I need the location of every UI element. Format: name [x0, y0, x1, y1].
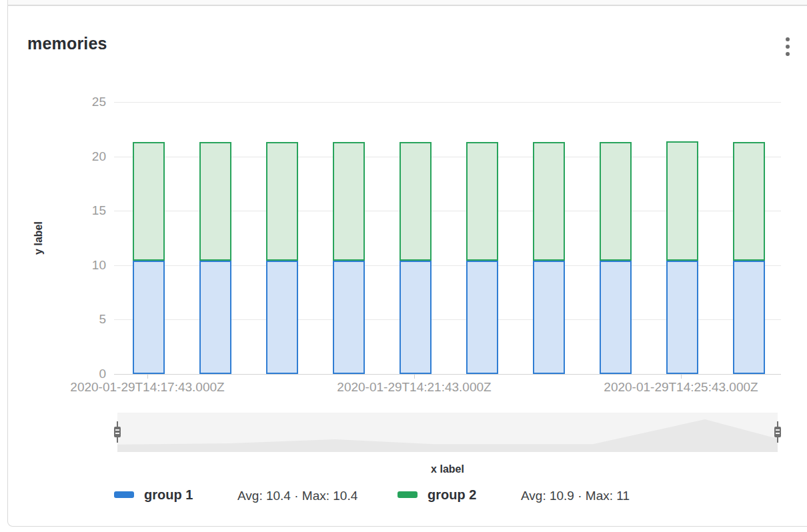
x-tick-mark — [681, 374, 682, 379]
bar-group2-segment[interactable] — [266, 142, 298, 261]
bar-group1-segment[interactable] — [266, 261, 298, 374]
bar-group1-segment[interactable] — [133, 261, 165, 374]
bar-group2-segment[interactable] — [399, 142, 432, 261]
previous-panel-bottom-edge — [7, 0, 807, 6]
data-preview-area — [117, 413, 778, 452]
bar-group1-segment[interactable] — [333, 261, 365, 374]
bar-group2-segment[interactable] — [133, 142, 165, 261]
brush-minimap[interactable] — [117, 413, 778, 452]
gridline — [114, 102, 781, 103]
y-tick-label: 15 — [48, 203, 106, 219]
bar-group1-segment[interactable] — [600, 261, 632, 374]
legend-item-group1[interactable]: group 1 — [144, 487, 193, 503]
kebab-menu-icon — [786, 52, 790, 56]
panel-title: memories — [27, 34, 107, 53]
y-tick-label: 20 — [48, 149, 106, 165]
x-tick-label: 2020-01-29T14:25:43.000Z — [574, 380, 788, 395]
x-tick-mark — [414, 374, 415, 379]
x-tick-label: 2020-01-29T14:17:43.000Z — [41, 380, 254, 395]
panel-options-button[interactable] — [780, 35, 795, 58]
x-tick-label: 2020-01-29T14:21:43.000Z — [307, 380, 521, 395]
bar-group2-segment[interactable] — [666, 141, 698, 261]
y-tick-label: 25 — [48, 94, 106, 110]
kebab-menu-icon — [786, 45, 790, 49]
legend-stats-group1: Avg: 10.4 · Max: 10.4 — [237, 489, 357, 503]
kebab-menu-icon — [786, 37, 790, 41]
x-axis-title: x label — [114, 463, 781, 475]
x-tick-mark — [147, 374, 148, 379]
bar-group2-segment[interactable] — [600, 142, 632, 261]
brush-handle-grip-icon — [114, 427, 121, 437]
chart-panel: memories y label 0510152025 2020-01-29T1… — [7, 6, 807, 527]
legend-stats-group2: Avg: 10.9 · Max: 11 — [521, 489, 630, 503]
legend-item-group2[interactable]: group 2 — [428, 487, 476, 503]
bar-group2-segment[interactable] — [533, 142, 565, 261]
bar-group1-segment[interactable] — [666, 261, 698, 374]
bar-group1-segment[interactable] — [533, 261, 565, 374]
bar-group2-segment[interactable] — [199, 142, 231, 261]
bar-group2-segment[interactable] — [466, 142, 498, 261]
bar-group1-segment[interactable] — [733, 261, 765, 374]
bar-group1-segment[interactable] — [199, 261, 231, 374]
y-axis-title: y label — [33, 221, 45, 255]
bar-group2-segment[interactable] — [733, 142, 765, 261]
bar-group1-segment[interactable] — [399, 261, 432, 374]
dashboard-viewport: memories y label 0510152025 2020-01-29T1… — [0, 0, 807, 532]
legend-swatch-group1 — [114, 491, 134, 498]
legend-swatch-group2 — [397, 491, 418, 498]
bar-group2-segment[interactable] — [333, 142, 365, 261]
brush-handle-grip-icon — [774, 427, 781, 437]
y-tick-label: 5 — [48, 311, 106, 327]
bar-group1-segment[interactable] — [466, 261, 498, 374]
y-tick-label: 10 — [48, 257, 106, 273]
plot-area[interactable] — [114, 102, 781, 374]
